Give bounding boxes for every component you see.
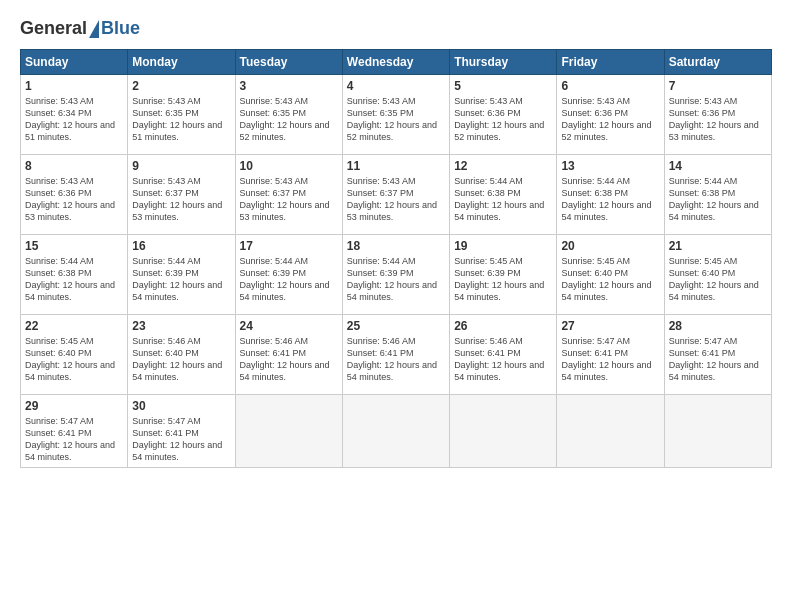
calendar-cell: 20Sunrise: 5:45 AM Sunset: 6:40 PM Dayli… — [557, 235, 664, 315]
day-info: Sunrise: 5:45 AM Sunset: 6:39 PM Dayligh… — [454, 255, 552, 304]
day-info: Sunrise: 5:43 AM Sunset: 6:35 PM Dayligh… — [240, 95, 338, 144]
day-number: 28 — [669, 319, 767, 333]
day-number: 3 — [240, 79, 338, 93]
calendar-cell: 9Sunrise: 5:43 AM Sunset: 6:37 PM Daylig… — [128, 155, 235, 235]
day-number: 14 — [669, 159, 767, 173]
calendar-cell: 22Sunrise: 5:45 AM Sunset: 6:40 PM Dayli… — [21, 315, 128, 395]
day-info: Sunrise: 5:44 AM Sunset: 6:38 PM Dayligh… — [454, 175, 552, 224]
calendar-cell: 8Sunrise: 5:43 AM Sunset: 6:36 PM Daylig… — [21, 155, 128, 235]
day-info: Sunrise: 5:46 AM Sunset: 6:41 PM Dayligh… — [347, 335, 445, 384]
day-number: 9 — [132, 159, 230, 173]
day-info: Sunrise: 5:43 AM Sunset: 6:37 PM Dayligh… — [132, 175, 230, 224]
day-info: Sunrise: 5:47 AM Sunset: 6:41 PM Dayligh… — [669, 335, 767, 384]
day-number: 20 — [561, 239, 659, 253]
calendar-cell: 28Sunrise: 5:47 AM Sunset: 6:41 PM Dayli… — [664, 315, 771, 395]
header: General Blue — [20, 18, 772, 39]
day-number: 30 — [132, 399, 230, 413]
calendar-cell: 1Sunrise: 5:43 AM Sunset: 6:34 PM Daylig… — [21, 75, 128, 155]
day-number: 26 — [454, 319, 552, 333]
calendar-cell: 17Sunrise: 5:44 AM Sunset: 6:39 PM Dayli… — [235, 235, 342, 315]
day-number: 11 — [347, 159, 445, 173]
day-of-week-header: Sunday — [21, 50, 128, 75]
calendar-cell: 2Sunrise: 5:43 AM Sunset: 6:35 PM Daylig… — [128, 75, 235, 155]
day-info: Sunrise: 5:43 AM Sunset: 6:35 PM Dayligh… — [132, 95, 230, 144]
day-info: Sunrise: 5:47 AM Sunset: 6:41 PM Dayligh… — [561, 335, 659, 384]
day-of-week-header: Monday — [128, 50, 235, 75]
day-info: Sunrise: 5:44 AM Sunset: 6:39 PM Dayligh… — [132, 255, 230, 304]
day-info: Sunrise: 5:43 AM Sunset: 6:34 PM Dayligh… — [25, 95, 123, 144]
day-of-week-header: Tuesday — [235, 50, 342, 75]
calendar-cell: 5Sunrise: 5:43 AM Sunset: 6:36 PM Daylig… — [450, 75, 557, 155]
calendar-cell: 29Sunrise: 5:47 AM Sunset: 6:41 PM Dayli… — [21, 395, 128, 468]
day-number: 1 — [25, 79, 123, 93]
calendar-cell: 26Sunrise: 5:46 AM Sunset: 6:41 PM Dayli… — [450, 315, 557, 395]
calendar-cell: 7Sunrise: 5:43 AM Sunset: 6:36 PM Daylig… — [664, 75, 771, 155]
day-number: 29 — [25, 399, 123, 413]
day-number: 10 — [240, 159, 338, 173]
calendar-cell: 13Sunrise: 5:44 AM Sunset: 6:38 PM Dayli… — [557, 155, 664, 235]
logo-general-text: General — [20, 18, 87, 39]
day-info: Sunrise: 5:45 AM Sunset: 6:40 PM Dayligh… — [25, 335, 123, 384]
day-number: 16 — [132, 239, 230, 253]
day-number: 2 — [132, 79, 230, 93]
day-info: Sunrise: 5:45 AM Sunset: 6:40 PM Dayligh… — [669, 255, 767, 304]
calendar-cell — [450, 395, 557, 468]
calendar-cell — [342, 395, 449, 468]
day-number: 19 — [454, 239, 552, 253]
day-of-week-header: Friday — [557, 50, 664, 75]
day-info: Sunrise: 5:44 AM Sunset: 6:38 PM Dayligh… — [561, 175, 659, 224]
calendar-cell: 4Sunrise: 5:43 AM Sunset: 6:35 PM Daylig… — [342, 75, 449, 155]
day-info: Sunrise: 5:45 AM Sunset: 6:40 PM Dayligh… — [561, 255, 659, 304]
calendar-cell: 25Sunrise: 5:46 AM Sunset: 6:41 PM Dayli… — [342, 315, 449, 395]
day-info: Sunrise: 5:43 AM Sunset: 6:37 PM Dayligh… — [347, 175, 445, 224]
calendar-cell — [664, 395, 771, 468]
day-info: Sunrise: 5:46 AM Sunset: 6:41 PM Dayligh… — [454, 335, 552, 384]
calendar-cell: 10Sunrise: 5:43 AM Sunset: 6:37 PM Dayli… — [235, 155, 342, 235]
day-info: Sunrise: 5:47 AM Sunset: 6:41 PM Dayligh… — [25, 415, 123, 464]
logo-blue-text: Blue — [101, 18, 140, 39]
calendar-cell: 18Sunrise: 5:44 AM Sunset: 6:39 PM Dayli… — [342, 235, 449, 315]
day-number: 8 — [25, 159, 123, 173]
day-info: Sunrise: 5:47 AM Sunset: 6:41 PM Dayligh… — [132, 415, 230, 464]
calendar-cell: 15Sunrise: 5:44 AM Sunset: 6:38 PM Dayli… — [21, 235, 128, 315]
calendar-cell: 16Sunrise: 5:44 AM Sunset: 6:39 PM Dayli… — [128, 235, 235, 315]
day-number: 7 — [669, 79, 767, 93]
day-info: Sunrise: 5:46 AM Sunset: 6:41 PM Dayligh… — [240, 335, 338, 384]
day-number: 5 — [454, 79, 552, 93]
day-number: 18 — [347, 239, 445, 253]
day-number: 27 — [561, 319, 659, 333]
calendar-cell: 27Sunrise: 5:47 AM Sunset: 6:41 PM Dayli… — [557, 315, 664, 395]
day-info: Sunrise: 5:43 AM Sunset: 6:36 PM Dayligh… — [454, 95, 552, 144]
day-number: 13 — [561, 159, 659, 173]
calendar-cell: 14Sunrise: 5:44 AM Sunset: 6:38 PM Dayli… — [664, 155, 771, 235]
day-number: 22 — [25, 319, 123, 333]
day-number: 12 — [454, 159, 552, 173]
calendar-cell: 6Sunrise: 5:43 AM Sunset: 6:36 PM Daylig… — [557, 75, 664, 155]
calendar-cell — [235, 395, 342, 468]
day-number: 21 — [669, 239, 767, 253]
calendar-table: SundayMondayTuesdayWednesdayThursdayFrid… — [20, 49, 772, 468]
calendar-cell: 11Sunrise: 5:43 AM Sunset: 6:37 PM Dayli… — [342, 155, 449, 235]
calendar-cell: 24Sunrise: 5:46 AM Sunset: 6:41 PM Dayli… — [235, 315, 342, 395]
page: General Blue SundayMondayTuesdayWednesda… — [0, 0, 792, 612]
day-number: 17 — [240, 239, 338, 253]
calendar-cell: 23Sunrise: 5:46 AM Sunset: 6:40 PM Dayli… — [128, 315, 235, 395]
day-info: Sunrise: 5:43 AM Sunset: 6:37 PM Dayligh… — [240, 175, 338, 224]
day-info: Sunrise: 5:44 AM Sunset: 6:38 PM Dayligh… — [25, 255, 123, 304]
day-number: 15 — [25, 239, 123, 253]
day-info: Sunrise: 5:44 AM Sunset: 6:39 PM Dayligh… — [240, 255, 338, 304]
day-of-week-header: Wednesday — [342, 50, 449, 75]
day-of-week-header: Thursday — [450, 50, 557, 75]
day-info: Sunrise: 5:43 AM Sunset: 6:36 PM Dayligh… — [669, 95, 767, 144]
day-number: 6 — [561, 79, 659, 93]
day-number: 25 — [347, 319, 445, 333]
calendar-cell — [557, 395, 664, 468]
day-info: Sunrise: 5:46 AM Sunset: 6:40 PM Dayligh… — [132, 335, 230, 384]
calendar-cell: 30Sunrise: 5:47 AM Sunset: 6:41 PM Dayli… — [128, 395, 235, 468]
day-info: Sunrise: 5:44 AM Sunset: 6:38 PM Dayligh… — [669, 175, 767, 224]
day-info: Sunrise: 5:44 AM Sunset: 6:39 PM Dayligh… — [347, 255, 445, 304]
calendar-cell: 12Sunrise: 5:44 AM Sunset: 6:38 PM Dayli… — [450, 155, 557, 235]
calendar-cell: 19Sunrise: 5:45 AM Sunset: 6:39 PM Dayli… — [450, 235, 557, 315]
day-number: 23 — [132, 319, 230, 333]
day-info: Sunrise: 5:43 AM Sunset: 6:36 PM Dayligh… — [25, 175, 123, 224]
